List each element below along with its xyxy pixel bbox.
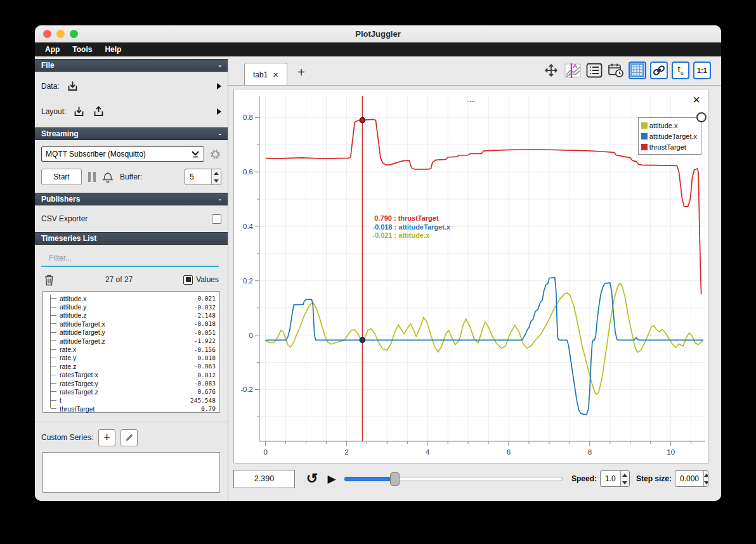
load-data-icon[interactable]	[66, 80, 79, 93]
section-header-file[interactable]: File -	[35, 59, 228, 72]
slider-fill	[344, 477, 393, 481]
timeseries-name: attitude.x	[60, 295, 87, 302]
timeseries-value: 0.676	[197, 388, 216, 395]
timeseries-row[interactable]: rate.y0.018	[43, 354, 216, 362]
timeseries-row[interactable]: attitude.y-0.032	[43, 302, 216, 311]
plot-legend[interactable]: attitude.xattitudeTarget.xthrustTarget	[638, 117, 701, 155]
play-button[interactable]: ▶	[324, 472, 339, 486]
spin-up-button[interactable]	[621, 471, 629, 479]
streaming-source-select[interactable]: MQTT Subscriber (Mosquitto)	[41, 146, 204, 162]
menu-item-tools[interactable]: Tools	[67, 44, 97, 55]
pause-icon[interactable]	[88, 172, 96, 182]
slider-thumb[interactable]	[390, 472, 400, 486]
data-expand-arrow[interactable]	[217, 83, 221, 89]
speed-spinbox[interactable]: 1.0	[600, 470, 630, 487]
list-view-button[interactable]	[585, 62, 603, 79]
layout-expand-arrow[interactable]	[217, 108, 221, 115]
menu-item-help[interactable]: Help	[100, 44, 126, 55]
spin-down-button[interactable]	[621, 479, 629, 486]
timeseries-value: -0.018	[194, 320, 216, 327]
timeseries-row[interactable]: attitude.x-0.021	[43, 294, 216, 302]
legend-item[interactable]: thrustTarget	[641, 141, 697, 152]
file-section-title: File	[41, 61, 219, 70]
menu-bar: AppToolsHelp	[35, 42, 721, 56]
timeseries-row[interactable]: ratesTarget.x0.012	[43, 371, 216, 379]
tab-close-icon[interactable]: ×	[273, 70, 278, 79]
legend-item[interactable]: attitude.x	[641, 120, 697, 131]
spin-down-button[interactable]	[212, 177, 221, 185]
timeseries-row[interactable]: ratesTarget.z0.676	[43, 387, 216, 396]
current-time-field[interactable]: 2.390	[233, 470, 295, 488]
timeseries-name: thrustTarget	[60, 405, 94, 413]
spin-up-button[interactable]	[212, 169, 221, 177]
timeseries-count: 27 of 27	[105, 275, 133, 284]
legend-item[interactable]: attitudeTarget.x	[641, 131, 697, 141]
tab-tab1[interactable]: tab1 ×	[244, 63, 287, 86]
timeseries-row[interactable]: thrustTarget0.79	[43, 405, 216, 413]
chart-canvas[interactable]: 0246810-0.200.20.40.60.8 0.790 : thrustT…	[234, 89, 708, 463]
section-header-streaming[interactable]: Streaming -	[35, 127, 228, 140]
values-checkbox[interactable]	[183, 275, 193, 285]
custom-series-label: Custom Series:	[41, 433, 93, 442]
buffer-spinbox[interactable]: 5	[185, 169, 221, 185]
pan-zoom-button[interactable]	[542, 62, 560, 79]
streaming-source-row: MQTT Subscriber (Mosquitto)	[35, 146, 228, 162]
plot-panel[interactable]: ... × 0246810-0.200.20.40.60.8 0.790 : t…	[233, 89, 708, 463]
step-size-value[interactable]: 0.000	[675, 471, 703, 486]
loop-button[interactable]: ↺	[304, 470, 320, 487]
date-time-button[interactable]	[607, 62, 625, 79]
trash-icon[interactable]	[44, 274, 55, 286]
speed-value[interactable]: 1.0	[601, 471, 620, 486]
custom-series-list[interactable]	[42, 452, 220, 493]
new-tab-button[interactable]: +	[293, 65, 310, 80]
ratio-button[interactable]: 1:1	[693, 62, 711, 79]
values-label: Values	[196, 275, 219, 284]
divider	[35, 422, 228, 422]
timeseries-row[interactable]: t245.548	[43, 396, 216, 405]
save-layout-icon[interactable]	[92, 105, 105, 119]
spin-down-button[interactable]	[704, 479, 708, 486]
timeseries-row[interactable]: attitudeTarget.z-1.922	[43, 337, 216, 345]
add-custom-series-button[interactable]: +	[98, 429, 115, 446]
minimize-window-button[interactable]	[56, 30, 65, 38]
svg-text:0.4: 0.4	[243, 223, 254, 230]
timeline-slider[interactable]	[344, 472, 563, 485]
timeseries-row[interactable]: attitudeTarget.x-0.018	[43, 320, 216, 328]
data-label: Data:	[41, 82, 60, 91]
time-offset-button[interactable]: to	[672, 62, 689, 79]
spin-up-button[interactable]	[704, 471, 708, 479]
link-axes-button[interactable]	[650, 62, 668, 79]
section-header-timeseries[interactable]: Timeseries List	[35, 232, 228, 245]
section-header-publishers[interactable]: Publishers -	[35, 193, 228, 205]
collapse-icon[interactable]: -	[219, 129, 221, 139]
grid-layout-button[interactable]	[629, 62, 646, 79]
step-size-spinbox[interactable]: 0.000	[675, 470, 708, 487]
csv-exporter-checkbox[interactable]	[212, 214, 221, 224]
timeseries-name: attitude.z	[60, 311, 87, 319]
timeseries-value: -0.156	[194, 346, 216, 353]
timeseries-row[interactable]: attitude.z-2.148	[43, 311, 216, 320]
gear-icon[interactable]	[209, 148, 221, 160]
timeseries-value: 0.79	[201, 405, 216, 412]
collapse-icon[interactable]: -	[219, 195, 221, 204]
timeseries-row[interactable]: rate.x-0.156	[43, 345, 216, 353]
filter-input[interactable]	[41, 251, 219, 267]
left-sidebar: File - Data: Layout:	[35, 56, 228, 501]
start-button[interactable]: Start	[41, 169, 82, 185]
bell-icon[interactable]	[102, 171, 114, 183]
collapse-icon[interactable]: -	[219, 61, 221, 70]
load-layout-icon[interactable]	[72, 105, 86, 119]
legend-handle-icon[interactable]	[696, 112, 707, 122]
timeseries-row[interactable]: rate.z-0.063	[43, 362, 216, 370]
timeseries-row[interactable]: attitudeTarget.y-0.051	[43, 328, 216, 337]
step-size-label: Step size:	[636, 474, 672, 483]
tracker-style-button[interactable]: A	[564, 62, 582, 79]
svg-text:8: 8	[588, 448, 592, 456]
close-window-button[interactable]	[43, 30, 51, 38]
chevron-down-icon	[191, 150, 200, 158]
buffer-value[interactable]: 5	[185, 169, 211, 185]
menu-item-app[interactable]: App	[40, 44, 65, 55]
edit-custom-series-button[interactable]	[121, 429, 138, 446]
timeseries-row[interactable]: ratesTarget.y-0.083	[43, 379, 216, 387]
maximize-window-button[interactable]	[70, 30, 78, 38]
